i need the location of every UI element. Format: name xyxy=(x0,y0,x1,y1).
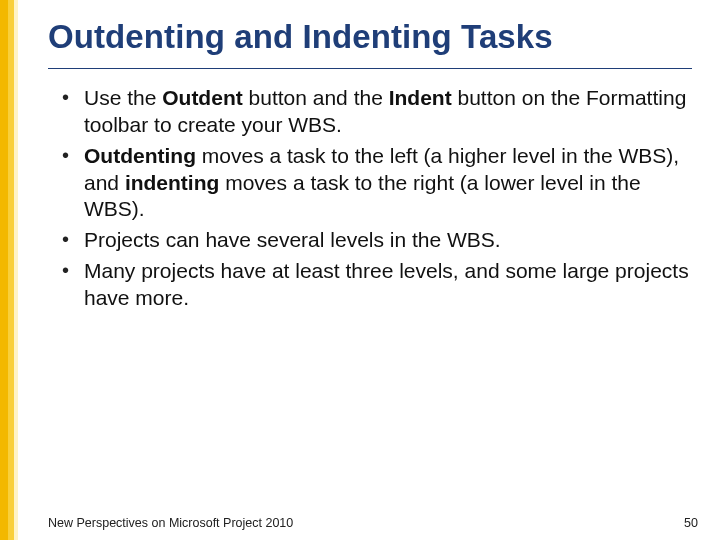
text-bold: Outdent xyxy=(162,86,242,109)
slide-title: Outdenting and Indenting Tasks xyxy=(48,18,692,66)
slide-footer: New Perspectives on Microsoft Project 20… xyxy=(18,516,720,530)
bullet-item-2: Outdenting moves a task to the left (a h… xyxy=(62,143,692,224)
bullet-item-3: Projects can have several levels in the … xyxy=(62,227,692,254)
bullet-list: Use the Outdent button and the Indent bu… xyxy=(48,85,692,312)
footer-source: New Perspectives on Microsoft Project 20… xyxy=(48,516,293,530)
text-run: button and the xyxy=(243,86,389,109)
title-divider xyxy=(48,68,692,69)
text-run: Use the xyxy=(84,86,162,109)
text-bold: Outdenting xyxy=(84,144,196,167)
bullet-item-1: Use the Outdent button and the Indent bu… xyxy=(62,85,692,139)
text-bold: Indent xyxy=(389,86,452,109)
text-bold: indenting xyxy=(125,171,219,194)
page-number: 50 xyxy=(684,516,698,530)
bullet-item-4: Many projects have at least three levels… xyxy=(62,258,692,312)
slide-content: Outdenting and Indenting Tasks Use the O… xyxy=(18,0,720,540)
